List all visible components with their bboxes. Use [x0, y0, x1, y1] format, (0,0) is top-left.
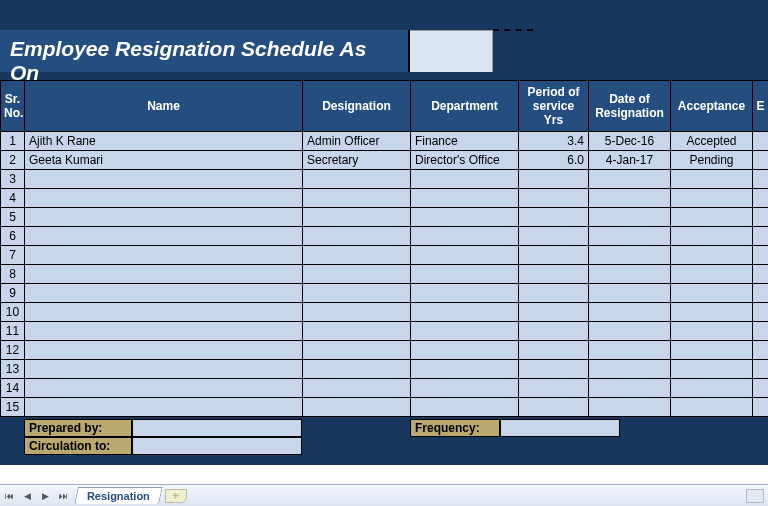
col-header-period[interactable]: Period of service Yrs [519, 81, 589, 132]
cell-extra[interactable] [753, 322, 769, 341]
cell-sr[interactable]: 10 [1, 303, 25, 322]
cell-name[interactable] [25, 208, 303, 227]
cell-sr[interactable]: 8 [1, 265, 25, 284]
cell-acceptance[interactable] [671, 341, 753, 360]
cell-period[interactable] [519, 189, 589, 208]
cell-department[interactable] [411, 303, 519, 322]
cell-acceptance[interactable] [671, 170, 753, 189]
cell-acceptance[interactable] [671, 284, 753, 303]
nav-prev-icon[interactable]: ◀ [18, 487, 36, 505]
cell-period[interactable] [519, 322, 589, 341]
cell-extra[interactable] [753, 189, 769, 208]
col-header-designation[interactable]: Designation [303, 81, 411, 132]
cell-resdate[interactable] [589, 341, 671, 360]
cell-department[interactable] [411, 284, 519, 303]
cell-name[interactable] [25, 303, 303, 322]
prepared-by-value[interactable] [132, 419, 302, 437]
frequency-value[interactable] [500, 419, 620, 437]
cell-name[interactable] [25, 398, 303, 417]
cell-name[interactable] [25, 360, 303, 379]
cell-designation[interactable] [303, 265, 411, 284]
cell-period[interactable] [519, 227, 589, 246]
cell-sr[interactable]: 3 [1, 170, 25, 189]
col-header-acceptance[interactable]: Acceptance [671, 81, 753, 132]
cell-acceptance[interactable] [671, 360, 753, 379]
cell-department[interactable] [411, 227, 519, 246]
cell-period[interactable]: 6.0 [519, 151, 589, 170]
cell-sr[interactable]: 1 [1, 132, 25, 151]
cell-sr[interactable]: 4 [1, 189, 25, 208]
cell-extra[interactable] [753, 303, 769, 322]
cell-department[interactable] [411, 341, 519, 360]
cell-resdate[interactable] [589, 379, 671, 398]
cell-designation[interactable] [303, 227, 411, 246]
cell-resdate[interactable] [589, 322, 671, 341]
cell-designation[interactable] [303, 284, 411, 303]
cell-extra[interactable] [753, 151, 769, 170]
cell-department[interactable] [411, 189, 519, 208]
table-row[interactable]: 12 [1, 341, 769, 360]
table-row[interactable]: 1Ajith K RaneAdmin OfficerFinance3.45-De… [1, 132, 769, 151]
cell-sr[interactable]: 13 [1, 360, 25, 379]
cell-period[interactable] [519, 303, 589, 322]
nav-last-icon[interactable]: ⏭ [54, 487, 72, 505]
cell-name[interactable] [25, 341, 303, 360]
cell-acceptance[interactable] [671, 322, 753, 341]
cell-designation[interactable] [303, 303, 411, 322]
cell-acceptance[interactable]: Pending [671, 151, 753, 170]
table-row[interactable]: 10 [1, 303, 769, 322]
cell-period[interactable] [519, 284, 589, 303]
cell-resdate[interactable] [589, 170, 671, 189]
cell-resdate[interactable] [589, 208, 671, 227]
cell-sr[interactable]: 11 [1, 322, 25, 341]
table-row[interactable]: 3 [1, 170, 769, 189]
cell-designation[interactable] [303, 322, 411, 341]
cell-extra[interactable] [753, 132, 769, 151]
cell-sr[interactable]: 9 [1, 284, 25, 303]
cell-name[interactable] [25, 189, 303, 208]
cell-designation[interactable] [303, 208, 411, 227]
cell-acceptance[interactable] [671, 379, 753, 398]
cell-designation[interactable] [303, 398, 411, 417]
cell-extra[interactable] [753, 379, 769, 398]
cell-period[interactable] [519, 379, 589, 398]
cell-resdate[interactable] [589, 284, 671, 303]
cell-extra[interactable] [753, 265, 769, 284]
cell-extra[interactable] [753, 398, 769, 417]
cell-resdate[interactable] [589, 398, 671, 417]
cell-department[interactable]: Finance [411, 132, 519, 151]
col-header-name[interactable]: Name [25, 81, 303, 132]
table-row[interactable]: 5 [1, 208, 769, 227]
cell-designation[interactable]: Secretary [303, 151, 411, 170]
cell-name[interactable] [25, 246, 303, 265]
cell-sr[interactable]: 7 [1, 246, 25, 265]
col-header-sr[interactable]: Sr. No. [1, 81, 25, 132]
table-row[interactable]: 15 [1, 398, 769, 417]
cell-department[interactable] [411, 398, 519, 417]
cell-resdate[interactable] [589, 246, 671, 265]
cell-department[interactable] [411, 360, 519, 379]
cell-name[interactable] [25, 379, 303, 398]
cell-resdate[interactable] [589, 227, 671, 246]
cell-department[interactable] [411, 208, 519, 227]
cell-extra[interactable] [753, 246, 769, 265]
cell-department[interactable] [411, 379, 519, 398]
cell-acceptance[interactable] [671, 227, 753, 246]
cell-resdate[interactable] [589, 303, 671, 322]
cell-extra[interactable] [753, 284, 769, 303]
cell-sr[interactable]: 12 [1, 341, 25, 360]
cell-designation[interactable] [303, 246, 411, 265]
cell-extra[interactable] [753, 341, 769, 360]
cell-resdate[interactable] [589, 360, 671, 379]
table-row[interactable]: 7 [1, 246, 769, 265]
cell-period[interactable] [519, 170, 589, 189]
cell-period[interactable] [519, 265, 589, 284]
cell-name[interactable] [25, 265, 303, 284]
cell-extra[interactable] [753, 208, 769, 227]
table-row[interactable]: 4 [1, 189, 769, 208]
cell-acceptance[interactable] [671, 246, 753, 265]
cell-designation[interactable] [303, 170, 411, 189]
cell-designation[interactable] [303, 341, 411, 360]
cell-period[interactable] [519, 398, 589, 417]
cell-department[interactable] [411, 170, 519, 189]
